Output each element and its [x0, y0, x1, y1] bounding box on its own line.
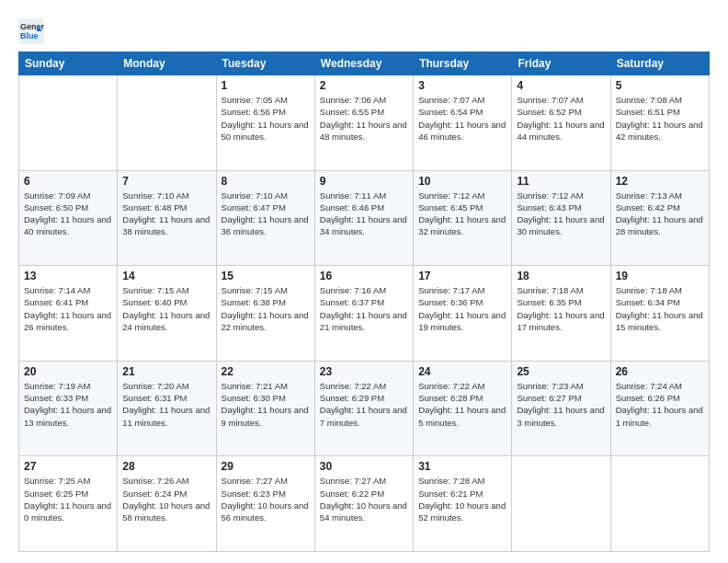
calendar-cell: 24Sunrise: 7:22 AM Sunset: 6:28 PM Dayli… [414, 361, 512, 456]
day-info: Sunrise: 7:15 AM Sunset: 6:38 PM Dayligh… [222, 284, 310, 333]
calendar-cell: 28Sunrise: 7:26 AM Sunset: 6:24 PM Dayli… [118, 456, 216, 552]
calendar-header-tuesday: Tuesday [216, 52, 314, 75]
calendar-cell: 8Sunrise: 7:10 AM Sunset: 6:47 PM Daylig… [216, 170, 314, 266]
calendar-cell: 3Sunrise: 7:07 AM Sunset: 6:54 PM Daylig… [414, 75, 512, 171]
day-number: 11 [517, 175, 605, 188]
calendar-cell: 31Sunrise: 7:28 AM Sunset: 6:21 PM Dayli… [414, 456, 512, 552]
day-info: Sunrise: 7:20 AM Sunset: 6:31 PM Dayligh… [122, 380, 210, 429]
day-info: Sunrise: 7:18 AM Sunset: 6:35 PM Dayligh… [517, 284, 605, 333]
day-info: Sunrise: 7:25 AM Sunset: 6:25 PM Dayligh… [24, 475, 112, 523]
calendar-cell: 27Sunrise: 7:25 AM Sunset: 6:25 PM Dayli… [19, 456, 118, 552]
day-info: Sunrise: 7:22 AM Sunset: 6:28 PM Dayligh… [418, 380, 506, 429]
svg-text:Blue: Blue [20, 31, 39, 40]
day-number: 21 [122, 365, 210, 378]
day-number: 10 [418, 175, 506, 188]
calendar-cell: 30Sunrise: 7:27 AM Sunset: 6:22 PM Dayli… [314, 456, 413, 552]
calendar-header-thursday: Thursday [414, 52, 512, 75]
day-info: Sunrise: 7:06 AM Sunset: 6:55 PM Dayligh… [320, 94, 408, 143]
header: General Blue [18, 15, 710, 44]
calendar-week-4: 20Sunrise: 7:19 AM Sunset: 6:33 PM Dayli… [19, 361, 710, 456]
day-info: Sunrise: 7:17 AM Sunset: 6:36 PM Dayligh… [418, 284, 506, 333]
calendar-cell: 6Sunrise: 7:09 AM Sunset: 6:50 PM Daylig… [19, 170, 118, 266]
calendar-table: SundayMondayTuesdayWednesdayThursdayFrid… [18, 52, 710, 552]
calendar-header-monday: Monday [118, 52, 216, 75]
day-number: 16 [320, 270, 408, 282]
day-number: 29 [222, 460, 310, 473]
day-number: 17 [418, 270, 506, 282]
calendar-cell: 12Sunrise: 7:13 AM Sunset: 6:42 PM Dayli… [610, 170, 709, 266]
calendar-week-3: 13Sunrise: 7:14 AM Sunset: 6:41 PM Dayli… [19, 266, 710, 362]
day-info: Sunrise: 7:28 AM Sunset: 6:21 PM Dayligh… [418, 475, 506, 523]
day-number: 23 [320, 365, 408, 378]
day-number: 9 [320, 175, 408, 188]
day-info: Sunrise: 7:27 AM Sunset: 6:22 PM Dayligh… [320, 475, 408, 523]
day-info: Sunrise: 7:08 AM Sunset: 6:51 PM Dayligh… [616, 94, 704, 143]
day-info: Sunrise: 7:11 AM Sunset: 6:46 PM Dayligh… [320, 190, 408, 238]
calendar-cell: 11Sunrise: 7:12 AM Sunset: 6:43 PM Dayli… [512, 170, 610, 266]
calendar-cell: 21Sunrise: 7:20 AM Sunset: 6:31 PM Dayli… [118, 361, 216, 456]
calendar-header-row: SundayMondayTuesdayWednesdayThursdayFrid… [19, 52, 710, 75]
day-number: 2 [320, 79, 408, 92]
day-info: Sunrise: 7:07 AM Sunset: 6:52 PM Dayligh… [517, 94, 605, 143]
day-number: 31 [418, 460, 506, 473]
day-info: Sunrise: 7:18 AM Sunset: 6:34 PM Dayligh… [616, 284, 704, 333]
calendar-cell: 13Sunrise: 7:14 AM Sunset: 6:41 PM Dayli… [19, 266, 118, 362]
calendar-cell: 15Sunrise: 7:15 AM Sunset: 6:38 PM Dayli… [216, 266, 314, 362]
day-info: Sunrise: 7:16 AM Sunset: 6:37 PM Dayligh… [320, 284, 408, 333]
day-number: 5 [616, 79, 704, 92]
day-info: Sunrise: 7:27 AM Sunset: 6:23 PM Dayligh… [222, 475, 310, 523]
day-number: 24 [418, 365, 506, 378]
logo-icon: General Blue [18, 18, 44, 44]
calendar-cell: 2Sunrise: 7:06 AM Sunset: 6:55 PM Daylig… [314, 75, 413, 171]
calendar-cell: 22Sunrise: 7:21 AM Sunset: 6:30 PM Dayli… [216, 361, 314, 456]
day-number: 12 [616, 175, 704, 188]
day-info: Sunrise: 7:12 AM Sunset: 6:43 PM Dayligh… [517, 190, 605, 238]
day-number: 25 [517, 365, 605, 378]
calendar-cell: 5Sunrise: 7:08 AM Sunset: 6:51 PM Daylig… [610, 75, 709, 171]
day-info: Sunrise: 7:19 AM Sunset: 6:33 PM Dayligh… [24, 380, 112, 429]
calendar-cell: 14Sunrise: 7:15 AM Sunset: 6:40 PM Dayli… [118, 266, 216, 362]
day-info: Sunrise: 7:10 AM Sunset: 6:47 PM Dayligh… [222, 190, 310, 238]
day-number: 14 [122, 270, 210, 282]
calendar-header-friday: Friday [512, 52, 610, 75]
calendar-cell: 23Sunrise: 7:22 AM Sunset: 6:29 PM Dayli… [314, 361, 413, 456]
day-number: 28 [122, 460, 210, 473]
day-number: 18 [517, 270, 605, 282]
calendar-cell: 25Sunrise: 7:23 AM Sunset: 6:27 PM Dayli… [512, 361, 610, 456]
day-info: Sunrise: 7:07 AM Sunset: 6:54 PM Dayligh… [418, 94, 506, 143]
day-info: Sunrise: 7:12 AM Sunset: 6:45 PM Dayligh… [418, 190, 506, 238]
day-info: Sunrise: 7:13 AM Sunset: 6:42 PM Dayligh… [616, 190, 704, 238]
calendar-cell [118, 75, 216, 171]
calendar-cell: 1Sunrise: 7:05 AM Sunset: 6:56 PM Daylig… [216, 75, 314, 171]
calendar-week-5: 27Sunrise: 7:25 AM Sunset: 6:25 PM Dayli… [19, 456, 710, 552]
day-info: Sunrise: 7:05 AM Sunset: 6:56 PM Dayligh… [222, 94, 310, 143]
page: General Blue SundayMondayTuesdayWednesda… [0, 0, 728, 563]
day-number: 1 [222, 79, 310, 92]
calendar-cell [19, 75, 118, 171]
day-number: 4 [517, 79, 605, 92]
day-info: Sunrise: 7:10 AM Sunset: 6:48 PM Dayligh… [122, 190, 210, 238]
calendar-cell: 4Sunrise: 7:07 AM Sunset: 6:52 PM Daylig… [512, 75, 610, 171]
calendar-cell: 29Sunrise: 7:27 AM Sunset: 6:23 PM Dayli… [216, 456, 314, 552]
calendar-cell: 17Sunrise: 7:17 AM Sunset: 6:36 PM Dayli… [414, 266, 512, 362]
calendar-cell: 16Sunrise: 7:16 AM Sunset: 6:37 PM Dayli… [314, 266, 413, 362]
day-number: 3 [418, 79, 506, 92]
day-number: 20 [24, 365, 112, 378]
day-number: 7 [122, 175, 210, 188]
calendar-cell: 7Sunrise: 7:10 AM Sunset: 6:48 PM Daylig… [118, 170, 216, 266]
calendar-cell: 20Sunrise: 7:19 AM Sunset: 6:33 PM Dayli… [19, 361, 118, 456]
day-number: 26 [616, 365, 704, 378]
calendar-cell: 19Sunrise: 7:18 AM Sunset: 6:34 PM Dayli… [610, 266, 709, 362]
day-number: 13 [24, 270, 112, 282]
day-number: 30 [320, 460, 408, 473]
calendar-cell: 10Sunrise: 7:12 AM Sunset: 6:45 PM Dayli… [414, 170, 512, 266]
calendar-header-sunday: Sunday [19, 52, 118, 75]
day-info: Sunrise: 7:24 AM Sunset: 6:26 PM Dayligh… [616, 380, 704, 429]
day-info: Sunrise: 7:15 AM Sunset: 6:40 PM Dayligh… [122, 284, 210, 333]
calendar-cell [610, 456, 709, 552]
calendar-week-2: 6Sunrise: 7:09 AM Sunset: 6:50 PM Daylig… [19, 170, 710, 266]
day-number: 15 [222, 270, 310, 282]
day-info: Sunrise: 7:09 AM Sunset: 6:50 PM Dayligh… [24, 190, 112, 238]
calendar-cell: 9Sunrise: 7:11 AM Sunset: 6:46 PM Daylig… [314, 170, 413, 266]
day-number: 6 [24, 175, 112, 188]
